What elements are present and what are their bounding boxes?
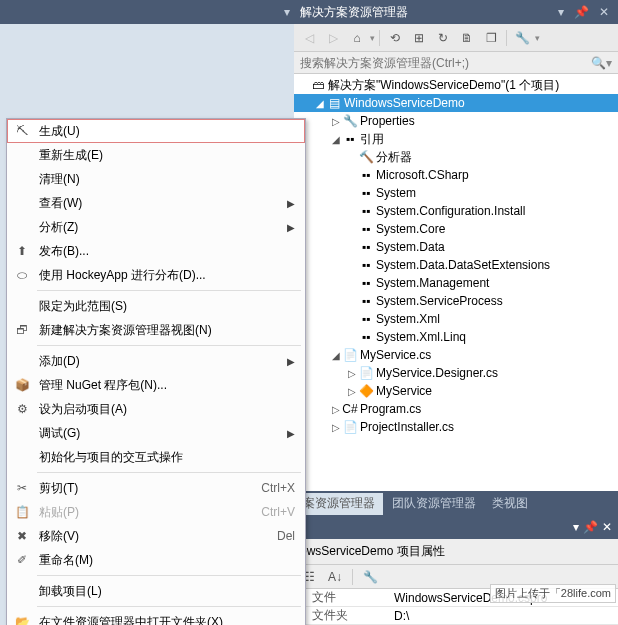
menu-item[interactable]: 分析(Z)▶ <box>7 215 305 239</box>
tree-node[interactable]: ▷🔧Properties <box>294 112 618 130</box>
tree-node-label: System.Configuration.Install <box>376 204 525 218</box>
tree-node[interactable]: ▷C#Program.cs <box>294 400 618 418</box>
panel-dropdown-button[interactable]: ▾ <box>555 5 567 19</box>
cut-icon: ✂ <box>11 481 33 495</box>
menu-item[interactable]: 📦管理 NuGet 程序包(N)... <box>7 373 305 397</box>
expander-icon[interactable]: ▷ <box>346 386 358 397</box>
sync-button[interactable]: ⟲ <box>384 27 406 49</box>
search-dropdown-icon[interactable]: ▾ <box>606 56 612 70</box>
pin-button[interactable]: 📌 <box>571 5 592 19</box>
property-value: D:\ <box>394 609 618 623</box>
expander-icon[interactable]: ▷ <box>330 116 342 127</box>
tree-node[interactable]: ▷🔶MyService <box>294 382 618 400</box>
reference-icon: ▪▪ <box>358 294 374 308</box>
menu-item[interactable]: 清理(N) <box>7 167 305 191</box>
tree-node[interactable]: ▪▪System.Xml.Linq <box>294 328 618 346</box>
search-bar: 🔍 ▾ <box>294 52 618 74</box>
menu-item[interactable]: ⬭使用 HockeyApp 进行分布(D)... <box>7 263 305 287</box>
menu-item[interactable]: ✂剪切(T)Ctrl+X <box>7 476 305 500</box>
menu-item[interactable]: ✖移除(V)Del <box>7 524 305 548</box>
menu-item-label: 查看(W) <box>33 195 287 212</box>
menu-item[interactable]: 📂在文件资源管理器中打开文件夹(X) <box>7 610 305 625</box>
tree-node[interactable]: ▷📄MyService.Designer.cs <box>294 364 618 382</box>
reference-icon: ▪▪ <box>358 276 374 290</box>
view-code-button[interactable]: ❐ <box>480 27 502 49</box>
menu-item-label: 使用 HockeyApp 进行分布(D)... <box>33 267 295 284</box>
sort-button[interactable]: A↓ <box>324 566 346 588</box>
tree-node[interactable]: ▪▪System.ServiceProcess <box>294 292 618 310</box>
menu-item-label: 移除(V) <box>33 528 277 545</box>
wrench-icon[interactable]: 🔧 <box>359 566 381 588</box>
menu-separator <box>37 290 301 291</box>
back-button[interactable]: ◁ <box>298 27 320 49</box>
properties-panel-title-bar: ▾ 📌 ✕ <box>294 515 618 539</box>
show-all-button[interactable]: 🗎 <box>456 27 478 49</box>
close-button[interactable]: ✕ <box>602 520 612 534</box>
pin-button[interactable]: 📌 <box>583 520 598 534</box>
reference-icon: ▪▪ <box>358 312 374 326</box>
menu-item[interactable]: 查看(W)▶ <box>7 191 305 215</box>
tree-node[interactable]: ▪▪System <box>294 184 618 202</box>
menu-item[interactable]: 初始化与项目的交互式操作 <box>7 445 305 469</box>
menu-item[interactable]: 🗗新建解决方案资源管理器视图(N) <box>7 318 305 342</box>
tree-node[interactable]: ▷📄ProjectInstaller.cs <box>294 418 618 436</box>
menu-item[interactable]: 重新生成(E) <box>7 143 305 167</box>
expander-icon[interactable]: ◢ <box>330 134 342 145</box>
expander-icon[interactable]: ◢ <box>314 98 326 109</box>
tree-node[interactable]: ▪▪System.Management <box>294 274 618 292</box>
menu-item[interactable]: ⚙设为启动项目(A) <box>7 397 305 421</box>
tree-node[interactable]: ▪▪System.Core <box>294 220 618 238</box>
tree-node[interactable]: ◢📄MyService.cs <box>294 346 618 364</box>
tree-node[interactable]: ◢▪▪引用 <box>294 130 618 148</box>
tree-node[interactable]: 🔨分析器 <box>294 148 618 166</box>
tree-node[interactable]: ▪▪System.Data.DataSetExtensions <box>294 256 618 274</box>
properties-object-header: owsServiceDemo 项目属性 <box>294 539 618 565</box>
build-icon: ⛏ <box>11 124 33 138</box>
search-input[interactable] <box>300 56 591 70</box>
forward-button[interactable]: ▷ <box>322 27 344 49</box>
expander-icon[interactable]: ◢ <box>330 350 342 361</box>
menu-item[interactable]: ⬆发布(B)... <box>7 239 305 263</box>
new-view-icon: 🗗 <box>11 323 33 337</box>
property-row[interactable]: 文件夹D:\ <box>294 607 618 625</box>
panel-tab[interactable]: 案资源管理器 <box>294 492 384 516</box>
menu-item[interactable]: 卸载项目(L) <box>7 579 305 603</box>
reference-icon: ▪▪ <box>358 222 374 236</box>
panel-tab[interactable]: 团队资源管理器 <box>384 491 484 515</box>
editor-dropdown-icon[interactable]: ▾ <box>284 5 290 19</box>
tree-node[interactable]: ▪▪System.Configuration.Install <box>294 202 618 220</box>
panel-dropdown-button[interactable]: ▾ <box>573 520 579 534</box>
expander-icon[interactable]: ▷ <box>330 422 342 433</box>
menu-item[interactable]: 调试(G)▶ <box>7 421 305 445</box>
tree-node[interactable]: ◢▤WindowsServiceDemo <box>294 94 618 112</box>
search-icon[interactable]: 🔍 <box>591 56 606 70</box>
solution-explorer-title-bar: 解决方案资源管理器 ▾ 📌 ✕ <box>294 0 618 24</box>
menu-item[interactable]: 添加(D)▶ <box>7 349 305 373</box>
panel-tab[interactable]: 类视图 <box>484 491 536 515</box>
menu-item[interactable]: ✐重命名(M) <box>7 548 305 572</box>
refresh-button[interactable]: ↻ <box>432 27 454 49</box>
tree-node-label: WindowsServiceDemo <box>344 96 465 110</box>
tree-node[interactable]: ▪▪Microsoft.CSharp <box>294 166 618 184</box>
menu-item-label: 管理 NuGet 程序包(N)... <box>33 377 295 394</box>
cs-file-icon: 📄 <box>342 420 358 434</box>
separator <box>352 569 353 585</box>
tree-node-label: 引用 <box>360 131 384 148</box>
tree-node[interactable]: ▪▪System.Xml <box>294 310 618 328</box>
menu-item[interactable]: 限定为此范围(S) <box>7 294 305 318</box>
solution-tree[interactable]: 🗃解决方案"WindowsServiceDemo"(1 个项目)◢▤Window… <box>294 74 618 491</box>
menu-item-shortcut: Ctrl+X <box>261 481 295 495</box>
wrench-icon: 🔧 <box>342 114 358 128</box>
home-button[interactable]: ⌂ <box>346 27 368 49</box>
expander-icon[interactable]: ▷ <box>346 368 358 379</box>
close-button[interactable]: ✕ <box>596 5 612 19</box>
menu-item[interactable]: ⛏生成(U) <box>7 119 305 143</box>
tree-node[interactable]: 🗃解决方案"WindowsServiceDemo"(1 个项目) <box>294 76 618 94</box>
expander-icon[interactable]: ▷ <box>330 404 342 415</box>
cs-file-green-icon: C# <box>342 402 358 416</box>
tree-node[interactable]: ▪▪System.Data <box>294 238 618 256</box>
collapse-button[interactable]: ⊞ <box>408 27 430 49</box>
properties-button[interactable]: 🔧 <box>511 27 533 49</box>
menu-item-label: 限定为此范围(S) <box>33 298 295 315</box>
tree-node-label: System.Data.DataSetExtensions <box>376 258 550 272</box>
